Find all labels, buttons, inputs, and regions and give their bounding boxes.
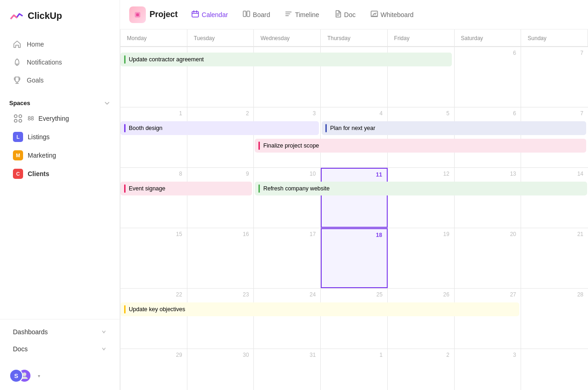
sidebar-item-notifications[interactable]: Notifications xyxy=(4,53,116,71)
calendar-tab-label: Calendar xyxy=(202,11,228,18)
marketing-label: Marketing xyxy=(28,152,56,159)
week0-mon[interactable] xyxy=(120,47,187,107)
tab-whiteboard[interactable]: Whiteboard xyxy=(364,6,420,23)
home-label: Home xyxy=(27,41,44,48)
sidebar-item-everything[interactable]: 88 Everything xyxy=(4,110,116,127)
bell-icon xyxy=(13,58,21,66)
week1-thu[interactable]: 4 xyxy=(321,107,388,167)
sidebar-item-goals[interactable]: Goals xyxy=(4,71,116,89)
week5-mon[interactable]: 29 xyxy=(120,349,187,390)
week3-tue[interactable]: 16 xyxy=(187,228,254,288)
sidebar-item-listings[interactable]: L Listings xyxy=(4,128,116,146)
project-title-area: Project xyxy=(129,6,178,23)
day-header-friday: Friday xyxy=(388,30,455,47)
week5-tue[interactable]: 30 xyxy=(187,349,254,390)
week0-fri[interactable] xyxy=(388,47,455,107)
week0-thu[interactable] xyxy=(321,47,388,107)
sidebar: ClickUp Home Notifications Goals xyxy=(0,0,120,390)
week2-sat[interactable]: 13 xyxy=(455,168,522,228)
week3-sun[interactable]: 21 xyxy=(521,228,588,288)
doc-tab-icon xyxy=(334,10,342,19)
spaces-label: Spaces xyxy=(9,100,30,106)
week1-fri[interactable]: 5 xyxy=(388,107,455,167)
week1-sat[interactable]: 6 xyxy=(455,107,522,167)
week0-sun[interactable]: 7 xyxy=(521,47,588,107)
tab-calendar[interactable]: Calendar xyxy=(185,6,234,23)
week1-tue[interactable]: 2 xyxy=(187,107,254,167)
week4-wed[interactable]: 24 xyxy=(254,289,321,349)
week3-thu-today[interactable]: 18 xyxy=(321,228,388,288)
svg-point-2 xyxy=(19,115,22,118)
week4-mon[interactable]: 22 xyxy=(120,289,187,349)
week2-thu-today[interactable]: 11 xyxy=(321,168,388,228)
home-icon xyxy=(13,40,21,48)
sidebar-item-docs[interactable]: Docs xyxy=(4,341,116,357)
svg-point-4 xyxy=(19,119,22,122)
marketing-badge: M xyxy=(13,150,23,160)
main-content: Project Calendar Board Timeline Doc xyxy=(120,0,588,390)
week5-fri[interactable]: 2 xyxy=(388,349,455,390)
sidebar-bottom: Dashboards Docs xyxy=(0,319,120,361)
sidebar-item-dashboards[interactable]: Dashboards xyxy=(4,324,116,340)
week4-sun[interactable]: 28 xyxy=(521,289,588,349)
dashboards-chevron-icon xyxy=(101,329,107,335)
week5-wed[interactable]: 31 xyxy=(254,349,321,390)
week4-sat[interactable]: 27 xyxy=(455,289,522,349)
week2-sun[interactable]: 14 xyxy=(521,168,588,228)
clickup-logo-icon xyxy=(9,8,24,23)
svg-point-5 xyxy=(23,372,26,376)
sidebar-item-home[interactable]: Home xyxy=(4,35,116,53)
week5-thu[interactable]: 1 xyxy=(321,349,388,390)
listings-badge: L xyxy=(13,132,23,142)
week1-mon[interactable]: 1 xyxy=(120,107,187,167)
week3-sat[interactable]: 20 xyxy=(455,228,522,288)
trophy-icon xyxy=(13,76,21,84)
week1-sun[interactable]: 7 xyxy=(521,107,588,167)
week5-sun[interactable] xyxy=(521,349,588,390)
tab-board[interactable]: Board xyxy=(236,6,276,23)
page-header: Project Calendar Board Timeline Doc xyxy=(120,0,588,30)
week2-fri[interactable]: 12 xyxy=(388,168,455,228)
user-initials-avatar: S xyxy=(9,369,23,383)
week3-fri[interactable]: 19 xyxy=(388,228,455,288)
sidebar-item-marketing[interactable]: M Marketing xyxy=(4,147,116,164)
week3-wed[interactable]: 17 xyxy=(254,228,321,288)
week2-wed[interactable]: 10 xyxy=(254,168,321,228)
goals-label: Goals xyxy=(27,77,44,84)
svg-rect-8 xyxy=(192,12,198,17)
app-name: ClickUp xyxy=(28,11,62,21)
docs-label: Docs xyxy=(13,345,28,353)
app-logo[interactable]: ClickUp xyxy=(0,0,120,31)
week4-fri[interactable]: 26 xyxy=(388,289,455,349)
timeline-tab-icon xyxy=(285,10,292,19)
clients-label: Clients xyxy=(28,170,49,177)
week2-tue[interactable]: 9 xyxy=(187,168,254,228)
sidebar-item-clients[interactable]: C Clients xyxy=(4,165,116,183)
day-header-tuesday: Tuesday xyxy=(187,30,254,47)
svg-point-1 xyxy=(14,115,17,118)
tab-doc[interactable]: Doc xyxy=(328,6,362,23)
calendar-week-2: 8 9 10 11 12 13 14 Event signage Refresh… xyxy=(120,168,588,228)
project-title: Project xyxy=(150,10,178,19)
board-tab-label: Board xyxy=(253,11,270,18)
week4-thu[interactable]: 25 xyxy=(321,289,388,349)
everything-icon xyxy=(13,113,23,124)
whiteboard-tab-label: Whiteboard xyxy=(381,11,414,18)
week1-wed[interactable]: 3 xyxy=(254,107,321,167)
week2-mon[interactable]: 8 xyxy=(120,168,187,228)
week4-tue[interactable]: 23 xyxy=(187,289,254,349)
user-profile[interactable]: S ▾ xyxy=(0,361,120,390)
board-tab-icon xyxy=(243,10,250,19)
week5-sat[interactable]: 3 xyxy=(455,349,522,390)
week0-tue[interactable] xyxy=(187,47,254,107)
day-header-saturday: Saturday xyxy=(455,30,522,47)
week0-wed[interactable] xyxy=(254,47,321,107)
tab-timeline[interactable]: Timeline xyxy=(278,6,325,23)
spaces-chevron-icon[interactable] xyxy=(104,100,110,106)
week0-sat[interactable]: 6 xyxy=(455,47,522,107)
calendar-week-1: 1 2 3 4 5 6 7 Booth design Plan for next… xyxy=(120,107,588,168)
dashboards-label: Dashboards xyxy=(13,328,48,336)
day-header-sunday: Sunday xyxy=(521,30,588,47)
timeline-tab-label: Timeline xyxy=(295,11,319,18)
week3-mon[interactable]: 15 xyxy=(120,228,187,288)
